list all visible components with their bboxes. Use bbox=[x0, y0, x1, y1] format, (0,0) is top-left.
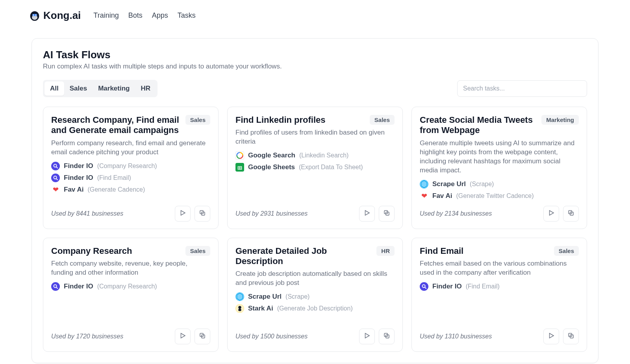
play-icon bbox=[179, 332, 186, 340]
logo[interactable]: Kong.ai bbox=[29, 9, 81, 22]
search-input[interactable] bbox=[457, 80, 587, 97]
run-button[interactable] bbox=[543, 329, 559, 344]
step-name: Finder IO bbox=[64, 162, 93, 170]
task-card: Generate Detailed Job DescriptionHRCreat… bbox=[227, 238, 403, 352]
tab-sales[interactable]: Sales bbox=[64, 81, 93, 96]
category-badge: Sales bbox=[554, 246, 579, 256]
svg-point-5 bbox=[52, 162, 59, 170]
usage-text: Used by 2931 businesses bbox=[235, 210, 308, 217]
step-item: Finder IO (Company Research) bbox=[51, 282, 210, 291]
svg-point-8 bbox=[52, 174, 59, 182]
copy-icon bbox=[199, 332, 206, 340]
play-icon bbox=[363, 209, 371, 218]
card-title: Generate Detailed Job Description bbox=[235, 246, 372, 267]
tab-marketing[interactable]: Marketing bbox=[93, 81, 135, 96]
task-card: Find EmailSalesFetches email based on th… bbox=[411, 238, 587, 352]
page-title: AI Task Flows bbox=[43, 49, 587, 61]
step-name: Fav Ai bbox=[64, 186, 83, 194]
step-name: Finder IO bbox=[432, 283, 462, 290]
step-sub: (Company Research) bbox=[97, 283, 157, 290]
run-button[interactable] bbox=[359, 329, 375, 344]
category-badge: Sales bbox=[185, 246, 210, 256]
card-title: Create Social Media Tweets from Webpage bbox=[420, 115, 537, 136]
usage-text: Used by 1310 businesses bbox=[420, 333, 492, 340]
step-item: Scrape Url (Scrape) bbox=[235, 292, 395, 301]
step-item: Finder IO (Find Email) bbox=[51, 174, 210, 182]
step-item: ❤Fav Ai (Generate Cadence) bbox=[51, 185, 210, 194]
copy-button[interactable] bbox=[195, 206, 210, 222]
step-sub: (Generate Job Description) bbox=[277, 305, 353, 312]
run-button[interactable] bbox=[175, 329, 191, 344]
step-name: Scrape Url bbox=[248, 293, 282, 301]
play-icon bbox=[179, 209, 186, 218]
run-button[interactable] bbox=[175, 206, 191, 222]
step-name: Fav Ai bbox=[432, 192, 452, 200]
svg-marker-23 bbox=[550, 211, 554, 215]
step-item: ❤Fav Ai (Generate Twitter Cadence) bbox=[420, 192, 579, 200]
scrape-icon bbox=[420, 180, 428, 188]
copy-button[interactable] bbox=[379, 206, 395, 222]
page-subtitle: Run complex AI tasks with multiple steps… bbox=[43, 63, 587, 70]
copy-icon bbox=[567, 332, 574, 340]
step-name: Scrape Url bbox=[432, 180, 466, 188]
tab-hr[interactable]: HR bbox=[135, 81, 156, 96]
step-list: Scrape Url (Scrape)Stark Ai (Generate Jo… bbox=[235, 292, 395, 313]
topbar: Kong.ai Training Bots Apps Tasks bbox=[0, 0, 630, 29]
task-card: Research Company, Find email and Generat… bbox=[43, 107, 219, 229]
svg-point-34 bbox=[238, 306, 241, 309]
copy-button[interactable] bbox=[195, 329, 210, 344]
nav-bots[interactable]: Bots bbox=[128, 11, 143, 20]
step-sub: (Scrape) bbox=[470, 181, 494, 188]
finder-icon bbox=[51, 162, 60, 170]
usage-text: Used by 8441 businesses bbox=[51, 210, 123, 217]
card-description: Generate multiple tweets using AI to sum… bbox=[420, 139, 579, 175]
step-list: Finder IO (Find Email) bbox=[420, 282, 579, 291]
svg-marker-42 bbox=[550, 333, 554, 338]
category-badge: Sales bbox=[185, 115, 210, 125]
step-sub: (Find Email) bbox=[466, 283, 500, 290]
run-button[interactable] bbox=[359, 206, 375, 222]
gsearch-icon bbox=[235, 151, 244, 160]
step-name: Finder IO bbox=[64, 283, 93, 290]
filter-tabs: All Sales Marketing HR bbox=[43, 80, 158, 97]
play-icon bbox=[363, 332, 371, 340]
step-list: Google Search (Linkedin Search)Google Sh… bbox=[235, 151, 395, 172]
copy-button[interactable] bbox=[379, 329, 395, 344]
card-description: Perform company research, find email and… bbox=[51, 139, 210, 157]
step-list: Finder IO (Company Research)Finder IO (F… bbox=[51, 162, 210, 194]
step-item: Scrape Url (Scrape) bbox=[420, 180, 579, 188]
card-title: Find Linkedin profiles bbox=[235, 115, 366, 125]
card-description: Fetch company website, revenue, key peop… bbox=[51, 259, 210, 277]
nav-tasks[interactable]: Tasks bbox=[178, 11, 196, 20]
step-item: Finder IO (Company Research) bbox=[51, 162, 210, 170]
step-name: Google Sheets bbox=[248, 163, 295, 171]
play-icon bbox=[548, 209, 555, 218]
svg-marker-11 bbox=[181, 211, 185, 215]
step-item: Finder IO (Find Email) bbox=[420, 282, 579, 291]
svg-point-26 bbox=[52, 283, 59, 290]
step-sub: (Generate Twitter Cadence) bbox=[456, 192, 534, 200]
copy-button[interactable] bbox=[563, 206, 579, 222]
nav-training[interactable]: Training bbox=[93, 11, 119, 20]
tab-all[interactable]: All bbox=[44, 81, 64, 96]
run-button[interactable] bbox=[543, 206, 559, 222]
step-sub: (Company Research) bbox=[97, 163, 157, 170]
copy-icon bbox=[383, 209, 390, 218]
card-title: Company Research bbox=[51, 246, 182, 256]
svg-point-39 bbox=[420, 283, 428, 290]
task-card: Company ResearchSalesFetch company websi… bbox=[43, 238, 219, 352]
gorilla-icon bbox=[29, 10, 40, 22]
step-list: Finder IO (Company Research) bbox=[51, 282, 210, 291]
main-panel: AI Task Flows Run complex AI tasks with … bbox=[32, 38, 598, 363]
category-badge: Sales bbox=[370, 115, 395, 125]
finder-icon bbox=[420, 282, 428, 291]
svg-marker-29 bbox=[181, 333, 185, 338]
copy-button[interactable] bbox=[563, 329, 579, 344]
gsheets-icon bbox=[235, 163, 244, 172]
nav-apps[interactable]: Apps bbox=[152, 11, 168, 20]
category-badge: Marketing bbox=[541, 115, 579, 125]
card-description: Create job description automatically bas… bbox=[235, 270, 395, 288]
step-name: Finder IO bbox=[64, 174, 93, 182]
heart-icon: ❤ bbox=[51, 185, 60, 194]
card-description: Find profiles of users from linkedin bas… bbox=[235, 128, 395, 146]
